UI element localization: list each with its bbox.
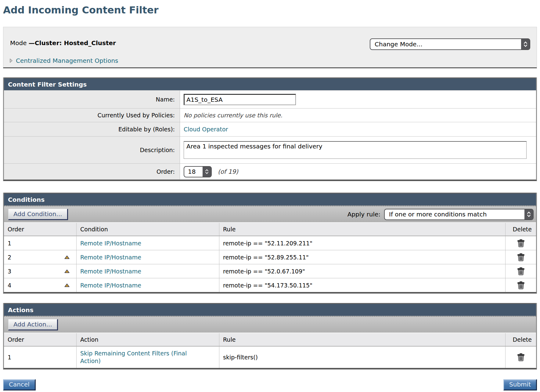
trash-icon[interactable]: [517, 267, 524, 275]
column-header-delete: Delete: [505, 223, 536, 236]
add-incoming-content-filter-page: Add Incoming Content Filter Mode —Cluste…: [3, 0, 537, 390]
select-stepper-icon: [203, 167, 211, 177]
conditions-toolbar: Add Condition... Apply rule: If one or m…: [4, 205, 536, 222]
add-action-button[interactable]: Add Action...: [8, 319, 58, 330]
order-row: Order: 18 (of 19): [4, 163, 536, 180]
policies-row: Currently Used by Policies: No policies …: [4, 108, 536, 122]
roles-row: Editable by (Roles): Cloud Operator: [4, 122, 536, 136]
move-up-icon[interactable]: [64, 283, 70, 287]
conditions-header: Conditions: [4, 193, 536, 205]
order-label: Order:: [4, 164, 180, 180]
condition-link[interactable]: Remote IP/Hostname: [80, 254, 141, 261]
conditions-table-header: Order Condition Rule Delete: [4, 222, 536, 236]
condition-rule: remote-ip == "52.89.255.11": [219, 250, 505, 264]
order-number: 4: [8, 282, 11, 289]
change-mode-select[interactable]: Change Mode...: [370, 38, 530, 50]
action-link[interactable]: Skip Remaining Content Filters (Final Ac…: [80, 350, 202, 365]
order-number: 3: [8, 268, 11, 275]
actions-panel: Actions Add Action... Order Action Rule …: [3, 303, 537, 369]
condition-row-1: 1 Remote IP/Hostname remote-ip == "52.11…: [4, 236, 536, 250]
description-label: Description:: [4, 137, 180, 163]
condition-link[interactable]: Remote IP/Hostname: [80, 268, 141, 275]
condition-rule: remote-ip == "52.11.209.211": [219, 236, 505, 250]
select-stepper-icon: [524, 209, 533, 219]
mode-panel: Mode —Cluster: Hosted_Cluster Change Mod…: [3, 27, 537, 68]
trash-icon[interactable]: [517, 239, 524, 247]
apply-rule-selected-value: If one or more conditions match: [385, 211, 487, 218]
conditions-panel: Conditions Add Condition... Apply rule: …: [3, 193, 537, 294]
column-header-order: Order: [4, 223, 76, 236]
submit-button[interactable]: Submit: [503, 379, 537, 390]
footer-button-bar: Cancel Submit: [3, 379, 537, 390]
add-condition-button[interactable]: Add Condition...: [8, 209, 68, 220]
name-row: Name:: [4, 90, 536, 108]
action-rule: skip-filters(): [219, 347, 505, 368]
actions-toolbar: Add Action...: [4, 316, 536, 333]
column-header-order: Order: [4, 333, 76, 346]
column-header-action: Action: [76, 333, 219, 346]
order-number: 1: [8, 240, 11, 247]
policies-value: No policies currently use this rule.: [184, 112, 283, 119]
condition-rule: remote-ip == "52.0.67.109": [219, 264, 505, 278]
actions-table-header: Order Action Rule Delete: [4, 333, 536, 346]
column-header-condition: Condition: [76, 223, 219, 236]
content-filter-settings-panel: Content Filter Settings Name: Currently …: [3, 77, 537, 181]
apply-rule-label: Apply rule:: [347, 211, 380, 218]
cloud-operator-link[interactable]: Cloud Operator: [184, 126, 228, 133]
column-header-rule: Rule: [219, 223, 505, 236]
order-number: 2: [8, 254, 11, 261]
trash-icon[interactable]: [517, 353, 524, 361]
roles-label: Editable by (Roles):: [4, 122, 180, 136]
cancel-button[interactable]: Cancel: [3, 379, 36, 390]
actions-header: Actions: [4, 303, 536, 316]
description-input[interactable]: Area 1 inspected messages for final deli…: [184, 141, 527, 159]
condition-row-2: 2 Remote IP/Hostname remote-ip == "52.89…: [4, 250, 536, 264]
apply-rule-select[interactable]: If one or more conditions match: [384, 209, 534, 220]
mode-label: Mode: [10, 39, 27, 47]
column-header-delete: Delete: [505, 333, 536, 346]
order-select[interactable]: 18: [184, 166, 212, 177]
column-header-rule: Rule: [219, 333, 505, 346]
content-filter-settings-header: Content Filter Settings: [4, 77, 536, 90]
description-row: Description: Area 1 inspected messages f…: [4, 136, 536, 163]
order-number: 1: [8, 354, 11, 361]
order-selected-value: 18: [184, 168, 196, 175]
name-label: Name:: [4, 91, 180, 108]
mode-value: —Cluster: Hosted_Cluster: [29, 39, 116, 47]
condition-row-3: 3 Remote IP/Hostname remote-ip == "52.0.…: [4, 264, 536, 278]
centralized-management-options-label: Centralized Management Options: [16, 57, 118, 64]
trash-icon[interactable]: [517, 281, 524, 289]
policies-label: Currently Used by Policies:: [4, 109, 180, 122]
condition-row-4: 4 Remote IP/Hostname remote-ip == "54.17…: [4, 278, 536, 292]
disclosure-triangle-icon: [9, 58, 13, 63]
centralized-management-options-link[interactable]: Centralized Management Options: [9, 57, 118, 64]
condition-rule: remote-ip == "54.173.50.115": [219, 278, 505, 292]
trash-icon[interactable]: [517, 253, 524, 261]
move-up-icon[interactable]: [64, 269, 70, 273]
condition-link[interactable]: Remote IP/Hostname: [80, 282, 141, 289]
page-title: Add Incoming Content Filter: [3, 4, 537, 16]
condition-link[interactable]: Remote IP/Hostname: [80, 240, 141, 247]
name-input[interactable]: [184, 94, 296, 105]
move-up-icon[interactable]: [64, 255, 70, 259]
mode-text: Mode —Cluster: Hosted_Cluster: [10, 39, 116, 47]
change-mode-selected-value: Change Mode...: [370, 41, 423, 48]
select-stepper-icon: [521, 39, 530, 49]
order-total-note: (of 19): [218, 168, 238, 175]
action-row-1: 1 Skip Remaining Content Filters (Final …: [4, 346, 536, 368]
apply-rule-group: Apply rule: If one or more conditions ma…: [347, 209, 534, 220]
